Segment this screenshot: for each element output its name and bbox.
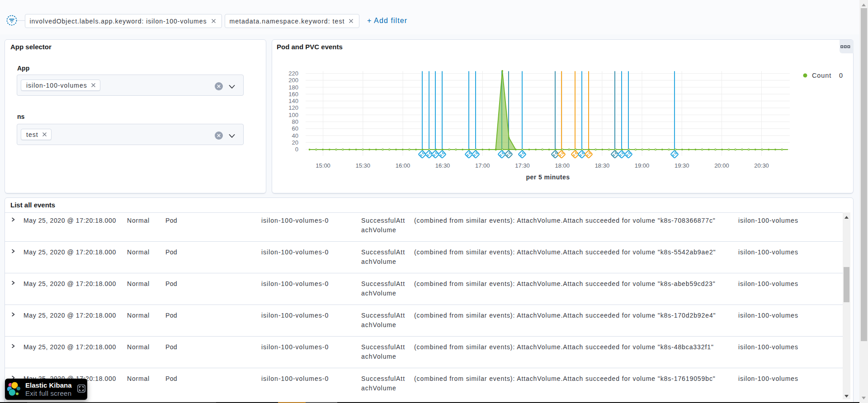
svg-text:per 5 minutes: per 5 minutes [526, 173, 570, 181]
svg-text:140: 140 [288, 98, 298, 104]
svg-text:0: 0 [295, 146, 298, 153]
svg-text:16:00: 16:00 [396, 162, 410, 169]
svg-text:180: 180 [288, 84, 298, 91]
svg-text:120: 120 [288, 104, 298, 111]
svg-text:160: 160 [288, 91, 298, 98]
svg-text:100: 100 [288, 112, 298, 118]
svg-text:60: 60 [292, 125, 298, 132]
svg-text:Count: Count [812, 72, 831, 79]
svg-text:18:00: 18:00 [555, 162, 570, 169]
svg-text:20: 20 [292, 139, 298, 146]
svg-text:18:30: 18:30 [595, 162, 610, 169]
svg-text:20:00: 20:00 [714, 162, 729, 169]
svg-text:17:30: 17:30 [515, 162, 530, 169]
svg-text:200: 200 [288, 77, 298, 84]
svg-text:19:00: 19:00 [635, 162, 650, 169]
svg-text:19:30: 19:30 [675, 162, 689, 169]
svg-text:15:30: 15:30 [356, 162, 371, 169]
svg-text:0: 0 [839, 72, 843, 79]
svg-text:17:00: 17:00 [475, 162, 490, 169]
svg-text:80: 80 [292, 118, 298, 125]
svg-text:40: 40 [292, 132, 298, 139]
svg-text:20:30: 20:30 [754, 162, 769, 169]
svg-text:220: 220 [288, 70, 298, 77]
svg-text:16:30: 16:30 [435, 162, 450, 169]
svg-text:15:00: 15:00 [316, 162, 330, 169]
